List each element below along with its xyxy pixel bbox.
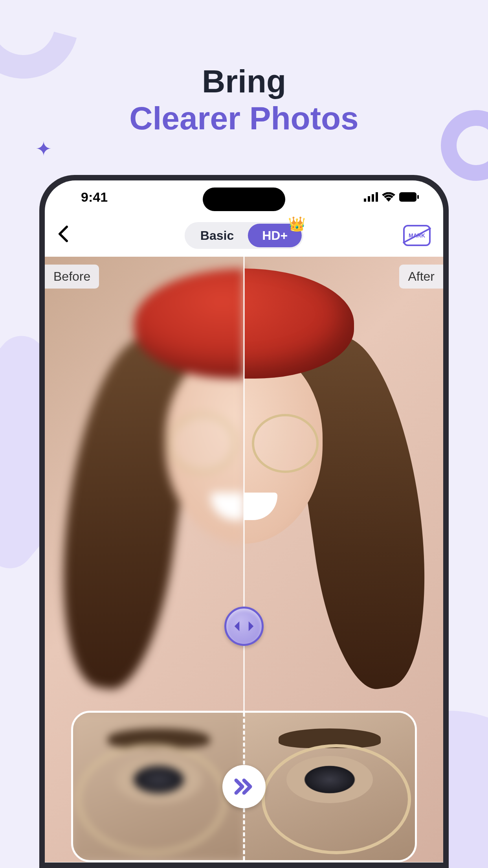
svg-rect-5	[417, 195, 419, 199]
segment-hd-label: HD+	[262, 228, 288, 243]
detail-slider-handle[interactable]	[222, 765, 266, 808]
crown-icon: 👑	[288, 216, 306, 232]
image-comparison-area: Before After	[45, 257, 443, 862]
headline-line-2: Clearer Photos	[0, 100, 488, 137]
before-label: Before	[45, 265, 99, 289]
wifi-icon	[382, 192, 395, 202]
marketing-headline: Bring Clearer Photos	[0, 63, 488, 137]
remove-watermark-button[interactable]: MARK	[403, 225, 431, 246]
cellular-icon	[364, 192, 378, 202]
svg-rect-2	[372, 194, 374, 202]
phone-screen: 9:41 Basic HD+ 👑 MARK	[45, 180, 443, 862]
battery-icon	[399, 192, 419, 202]
detail-before	[73, 713, 244, 860]
comparison-slider-handle[interactable]	[224, 607, 264, 646]
svg-rect-1	[368, 196, 370, 202]
arrow-right-icon	[247, 621, 255, 632]
dynamic-island	[203, 188, 285, 211]
segment-hd-plus[interactable]: HD+ 👑	[248, 224, 302, 247]
chevron-left-icon	[57, 225, 68, 243]
svg-rect-4	[399, 192, 416, 202]
svg-rect-0	[364, 199, 366, 202]
back-button[interactable]	[57, 224, 68, 247]
watermark-label: MARK	[409, 232, 425, 239]
status-time: 9:41	[81, 189, 108, 205]
detail-zoom-inset	[71, 711, 417, 862]
status-icons	[364, 192, 419, 202]
detail-after	[244, 713, 415, 860]
double-chevron-right-icon	[234, 778, 254, 795]
status-bar: 9:41	[45, 180, 443, 210]
quality-segment-control[interactable]: Basic HD+ 👑	[185, 222, 303, 249]
arrow-left-icon	[233, 621, 241, 632]
sparkle-icon: ✦	[35, 138, 52, 160]
phone-frame: 9:41 Basic HD+ 👑 MARK	[39, 175, 449, 868]
headline-line-1: Bring	[0, 63, 488, 100]
after-label: After	[399, 265, 443, 289]
nav-bar: Basic HD+ 👑 MARK	[45, 210, 443, 257]
segment-basic[interactable]: Basic	[186, 224, 248, 247]
svg-rect-3	[376, 192, 378, 202]
